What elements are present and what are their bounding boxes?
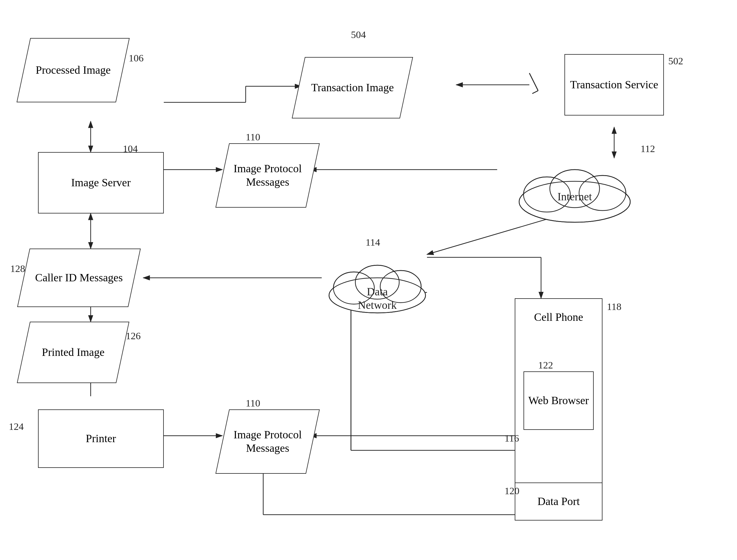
web-browser-node: Web Browser (524, 371, 594, 430)
num-104: 104 (123, 143, 138, 154)
data-port-node: Data Port (515, 483, 602, 521)
image-protocol-top-label: Image Protocol Messages (223, 162, 312, 189)
web-browser-label: Web Browser (528, 394, 589, 407)
transaction-service-label: Transaction Service (570, 78, 658, 92)
num-110-bot: 110 (246, 398, 260, 409)
image-protocol-bot-node: Image Protocol Messages (216, 409, 320, 474)
num-124: 124 (9, 421, 24, 432)
svg-line-8 (529, 73, 538, 91)
printer-label: Printer (86, 432, 116, 445)
num-126: 126 (126, 330, 141, 342)
image-server-label: Image Server (71, 176, 131, 189)
transaction-image-label: Transaction Image (311, 81, 394, 94)
num-122: 122 (538, 360, 553, 371)
num-110-top: 110 (246, 132, 260, 143)
transaction-image-node: Transaction Image (292, 57, 413, 118)
printed-image-node: Printed Image (17, 322, 130, 383)
printer-node: Printer (38, 409, 164, 468)
printed-image-label: Printed Image (42, 346, 104, 359)
num-106: 106 (129, 53, 144, 64)
caller-id-node: Caller ID Messages (17, 249, 141, 307)
cell-phone-label: Cell Phone (515, 311, 602, 324)
num-112: 112 (640, 143, 655, 154)
num-128: 128 (10, 263, 25, 274)
data-network-label: Data Network (349, 285, 405, 312)
num-114: 114 (366, 237, 380, 248)
transaction-service-node: Transaction Service (564, 54, 664, 116)
processed-image-label: Processed Image (36, 63, 111, 77)
internet-label: Internet (550, 190, 600, 204)
data-network-node: Data Network (322, 243, 433, 316)
num-118: 118 (607, 301, 621, 312)
image-protocol-top-node: Image Protocol Messages (216, 143, 320, 208)
image-server-node: Image Server (38, 152, 164, 213)
num-502: 502 (668, 56, 683, 67)
caller-id-label: Caller ID Messages (35, 271, 123, 285)
internet-node: Internet (512, 143, 638, 225)
svg-line-9 (532, 91, 538, 94)
data-port-label: Data Port (538, 495, 580, 508)
image-protocol-bot-label: Image Protocol Messages (223, 428, 312, 455)
num-120: 120 (504, 485, 519, 497)
processed-image-node: Processed Image (17, 38, 130, 102)
num-504: 504 (351, 29, 366, 40)
diagram: Processed Image 106 Image Server 104 Tra… (0, 0, 737, 560)
num-116: 116 (504, 433, 519, 444)
